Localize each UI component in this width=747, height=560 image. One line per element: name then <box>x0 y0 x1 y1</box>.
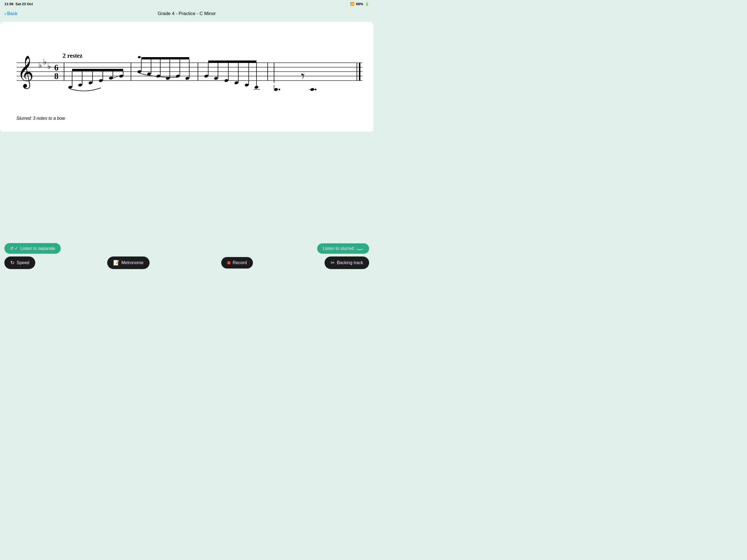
back-arrow-icon: ‹ <box>4 11 6 17</box>
record-dot-icon <box>227 261 231 264</box>
listen-separate-icon: ↺ ✓ <box>10 246 18 251</box>
svg-point-57 <box>274 88 278 92</box>
svg-point-29 <box>138 56 141 58</box>
svg-text:♭: ♭ <box>47 62 51 71</box>
svg-point-23 <box>119 74 123 78</box>
battery-level: 68% <box>356 2 363 6</box>
status-bar: 11:56 Sat 23 Oct 📶 68% 🔋 <box>0 0 374 8</box>
svg-text:𝄞: 𝄞 <box>17 56 34 89</box>
svg-point-17 <box>88 81 93 85</box>
svg-text:6: 6 <box>54 63 58 73</box>
score-annotation: Slurred: 3 notes to a bow <box>5 116 368 121</box>
svg-text:♭: ♭ <box>38 61 42 70</box>
svg-point-48 <box>234 81 238 85</box>
listen-separate-button[interactable]: ↺ ✓ Listen to separate <box>4 243 61 254</box>
music-score-container: 𝄞 ♭ ♭ ♭ 6 8 2 restez <box>0 22 374 132</box>
svg-point-32 <box>156 74 160 78</box>
header: ‹ Back Grade 4 - Practice - C Minor <box>0 8 374 20</box>
svg-point-38 <box>185 77 189 80</box>
backing-track-button[interactable]: ✂ Backing track <box>325 256 369 269</box>
slur-icon <box>356 246 364 251</box>
metronome-button[interactable]: 📝 Metronome <box>107 256 150 269</box>
status-right: 📶 68% 🔋 <box>350 2 369 6</box>
bottom-toolbar: ↺ ✓ Listen to separate Listen to slurred… <box>0 243 374 280</box>
listen-slurred-label: Listen to slurred <box>323 246 354 251</box>
back-button[interactable]: ‹ Back <box>4 11 18 17</box>
svg-point-27 <box>137 70 141 74</box>
svg-marker-25 <box>72 69 123 71</box>
svg-marker-40 <box>141 57 189 59</box>
svg-point-42 <box>204 74 208 78</box>
toolbar-bottom-row: ↻ Speed 📝 Metronome Record ✂ Backing tra… <box>4 256 369 269</box>
svg-marker-55 <box>208 60 256 62</box>
speed-button[interactable]: ↻ Speed <box>4 256 35 269</box>
backing-track-icon: ✂ <box>331 260 335 266</box>
back-label: Back <box>7 11 18 17</box>
speed-label: Speed <box>17 260 29 265</box>
svg-point-46 <box>224 79 229 82</box>
battery-icon: 🔋 <box>365 2 369 6</box>
listen-slurred-button[interactable]: Listen to slurred <box>317 244 369 254</box>
svg-point-50 <box>244 83 249 87</box>
svg-point-13 <box>68 85 72 89</box>
svg-point-15 <box>78 83 82 87</box>
listen-separate-label: Listen to separate <box>20 246 55 251</box>
metronome-label: Metronome <box>121 260 144 265</box>
metronome-icon: 📝 <box>113 260 119 266</box>
status-time: 11:56 Sat 23 Oct <box>4 2 33 6</box>
record-label: Record <box>233 260 247 265</box>
sheet-music: 𝄞 ♭ ♭ ♭ 6 8 2 restez <box>5 33 368 109</box>
svg-text:♭: ♭ <box>43 58 47 66</box>
speed-icon: ↻ <box>10 260 15 266</box>
svg-point-44 <box>214 77 218 80</box>
svg-point-58 <box>279 88 280 90</box>
svg-text:8: 8 <box>54 72 58 81</box>
page-title: Grade 4 - Practice - C Minor <box>158 11 216 17</box>
wifi-icon: 📶 <box>350 2 354 6</box>
toolbar-top-row: ↺ ✓ Listen to separate Listen to slurred <box>4 243 369 254</box>
svg-point-19 <box>99 79 103 82</box>
svg-text:2  restez: 2 restez <box>62 52 82 59</box>
backing-track-label: Backing track <box>337 260 363 265</box>
record-button[interactable]: Record <box>221 257 253 269</box>
